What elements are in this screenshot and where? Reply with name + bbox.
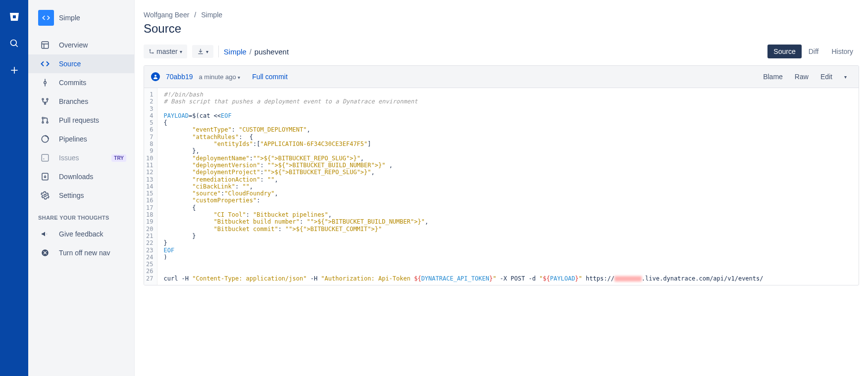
edit-button[interactable]: Edit [816, 70, 837, 84]
sidebar-item-overview[interactable]: Overview [28, 36, 134, 54]
svg-point-29 [153, 52, 153, 53]
downloads-icon [40, 172, 50, 182]
svg-point-15 [42, 117, 44, 119]
sidebar-section-label: SHARE YOUR THOUGHTS [28, 205, 134, 225]
svg-rect-0 [13, 15, 16, 18]
sidebar-item-feedback[interactable]: Give feedback [28, 225, 134, 243]
gear-icon [40, 190, 50, 200]
svg-point-16 [42, 122, 44, 123]
svg-point-1 [10, 40, 16, 46]
view-mode-tabs: Source Diff History [767, 45, 859, 58]
create-icon[interactable] [6, 62, 22, 78]
sidebar-item-branches[interactable]: Branches [28, 92, 134, 111]
megaphone-icon [40, 229, 50, 239]
close-circle-icon [40, 248, 50, 258]
global-navbar [0, 0, 28, 376]
sidebar-item-issues[interactable]: Issues TRY [28, 148, 134, 167]
tab-diff[interactable]: Diff [803, 45, 825, 58]
svg-line-2 [15, 45, 17, 47]
path-repo-link[interactable]: Simple [224, 47, 247, 56]
sidebar-item-label: Overview [59, 41, 126, 49]
issues-icon [40, 153, 50, 163]
file-actions: Blame Raw Edit ▾ [758, 70, 852, 84]
page-title: Source [144, 22, 859, 36]
commit-author-avatar[interactable] [151, 72, 160, 81]
chevron-down-icon: ▾ [844, 74, 847, 80]
repo-code-icon [38, 10, 54, 26]
pull-requests-icon [40, 115, 50, 125]
source-icon [40, 59, 50, 69]
branch-selector-button[interactable]: master ▾ [144, 45, 187, 58]
commit-time[interactable]: a minute ago ▾ [199, 73, 241, 81]
svg-point-32 [154, 75, 156, 77]
tab-source[interactable]: Source [767, 45, 801, 58]
svg-rect-20 [42, 154, 49, 161]
file-panel: 70abb19 a minute ago ▾ Full commit Blame… [144, 65, 859, 285]
chevron-down-icon: ▾ [180, 49, 182, 54]
sidebar-item-source[interactable]: Source [28, 54, 134, 73]
edit-more-button[interactable]: ▾ [839, 70, 852, 84]
repo-name[interactable]: Simple [59, 14, 80, 22]
try-badge: TRY [111, 154, 126, 162]
source-toolbar: master ▾ ▾ Simple / pushevent Source Dif… [144, 45, 859, 58]
sidebar-item-label: Pull requests [59, 116, 126, 124]
svg-point-11 [42, 98, 44, 100]
sidebar-item-label: Turn off new nav [59, 249, 126, 257]
svg-point-24 [44, 194, 47, 197]
overview-icon [40, 40, 50, 50]
full-commit-link[interactable]: Full commit [252, 73, 288, 81]
repo-sidebar: Simple Overview Source Commits Branches … [28, 0, 135, 376]
download-button[interactable]: ▾ [192, 45, 213, 58]
file-path: Simple / pushevent [224, 47, 289, 56]
svg-point-13 [45, 103, 46, 104]
sidebar-item-label: Branches [59, 97, 126, 105]
commits-icon [40, 78, 50, 88]
blame-button[interactable]: Blame [758, 70, 788, 84]
sidebar-item-turnoff-nav[interactable]: Turn off new nav [28, 243, 134, 262]
repo-header: Simple [28, 10, 134, 36]
main-content: Wolfgang Beer / Simple Source master ▾ ▾… [135, 0, 868, 376]
search-icon[interactable] [6, 36, 22, 51]
chevron-down-icon: ▾ [206, 49, 208, 54]
sidebar-item-label: Pipelines [59, 135, 126, 143]
toolbar-divider [218, 46, 219, 57]
tab-history[interactable]: History [825, 45, 859, 58]
sidebar-nav: Overview Source Commits Branches Pull re… [28, 36, 134, 205]
sidebar-item-pull-requests[interactable]: Pull requests [28, 111, 134, 130]
svg-point-12 [47, 98, 48, 100]
breadcrumb: Wolfgang Beer / Simple [144, 11, 859, 19]
svg-point-8 [44, 82, 47, 84]
branches-icon [40, 96, 50, 106]
line-gutter: 1234567891011121314151617181920212223242… [144, 88, 157, 285]
svg-rect-5 [42, 42, 49, 48]
code-view: 1234567891011121314151617181920212223242… [144, 88, 859, 285]
sidebar-item-label: Downloads [59, 173, 126, 181]
sidebar-item-settings[interactable]: Settings [28, 186, 134, 205]
sidebar-item-label: Issues [59, 154, 102, 162]
sidebar-item-label: Give feedback [59, 230, 126, 238]
bitbucket-logo-icon[interactable] [6, 9, 22, 25]
sidebar-item-label: Source [59, 60, 126, 68]
sidebar-item-label: Settings [59, 191, 126, 199]
sidebar-item-label: Commits [59, 79, 126, 87]
sidebar-item-commits[interactable]: Commits [28, 73, 134, 92]
breadcrumb-owner[interactable]: Wolfgang Beer [144, 11, 189, 19]
sidebar-item-downloads[interactable]: Downloads [28, 167, 134, 186]
commit-hash-link[interactable]: 70abb19 [166, 73, 193, 81]
pipelines-icon [40, 134, 50, 144]
file-header: 70abb19 a minute ago ▾ Full commit Blame… [144, 66, 859, 88]
code-content[interactable]: #!/bin/bash# Bash script that pushes a d… [157, 88, 859, 285]
svg-point-28 [150, 49, 151, 50]
breadcrumb-repo[interactable]: Simple [201, 11, 222, 19]
branch-name: master [156, 47, 178, 55]
breadcrumb-separator: / [194, 11, 196, 19]
svg-point-17 [47, 122, 48, 123]
path-filename: pushevent [255, 47, 289, 56]
raw-button[interactable]: Raw [790, 70, 814, 84]
sidebar-item-pipelines[interactable]: Pipelines [28, 130, 134, 148]
path-separator: / [250, 47, 252, 56]
